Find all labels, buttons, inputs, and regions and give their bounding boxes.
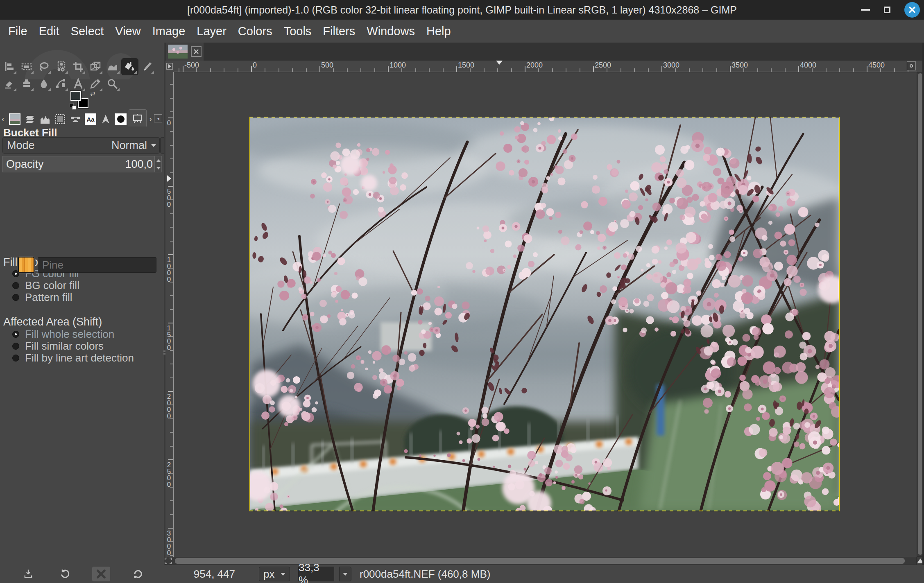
free-select-tool[interactable] bbox=[35, 58, 52, 75]
swap-colors-icon[interactable]: ⇄ bbox=[90, 90, 95, 97]
ruler-label: 0 bbox=[166, 119, 172, 126]
ruler-label: 1000 bbox=[390, 61, 406, 70]
bottom-bar: 954, 447 px 33,3 % r000da54ft.NEF (460,8… bbox=[0, 565, 924, 583]
restore-preset-button[interactable] bbox=[56, 567, 74, 581]
horizontal-ruler[interactable]: -500 0 500 1000 1500 2000 2500 3000 3500… bbox=[174, 61, 917, 72]
delete-preset-button[interactable] bbox=[92, 567, 110, 581]
unified-transform-tool[interactable] bbox=[87, 58, 104, 75]
reset-tool-button[interactable] bbox=[129, 567, 147, 581]
color-picker-tool[interactable] bbox=[87, 75, 104, 93]
dock-tab-brushes[interactable] bbox=[113, 112, 128, 127]
dock-tab-device-status[interactable] bbox=[68, 112, 83, 127]
warp-transform-tool[interactable] bbox=[104, 58, 121, 75]
mode-dropdown[interactable]: Mode Normal bbox=[2, 137, 160, 154]
ruler-tick bbox=[593, 66, 594, 72]
menu-layer[interactable]: Layer bbox=[191, 22, 232, 41]
zoom-value[interactable]: 33,3 % bbox=[298, 567, 334, 581]
paintbrush-tool[interactable] bbox=[138, 58, 156, 75]
paths-tool[interactable] bbox=[52, 75, 70, 93]
save-preset-button[interactable] bbox=[19, 567, 37, 581]
menu-edit[interactable]: Edit bbox=[33, 22, 65, 41]
clone-tool[interactable] bbox=[18, 75, 35, 93]
ruler-corner-button[interactable] bbox=[165, 61, 174, 72]
radio-bg-color-fill[interactable]: BG color fill bbox=[12, 279, 79, 292]
menu-image[interactable]: Image bbox=[147, 22, 191, 41]
radio-pattern-fill[interactable]: Pattern fill bbox=[12, 291, 72, 304]
chevron-down-icon bbox=[281, 573, 285, 576]
menu-filters[interactable]: Filters bbox=[317, 22, 361, 41]
dock-tab-tool-options[interactable] bbox=[129, 109, 147, 127]
text-tool[interactable] bbox=[70, 75, 87, 93]
rectangle-select-tool[interactable] bbox=[18, 58, 35, 75]
tabs-scroll-left-icon[interactable]: ‹ bbox=[2, 114, 5, 124]
dockable-tabs: ‹Aa›◂ bbox=[0, 109, 164, 127]
menu-windows[interactable]: Windows bbox=[361, 22, 421, 41]
menu-file[interactable]: File bbox=[2, 22, 33, 41]
ruler-label: 2000 bbox=[166, 393, 172, 419]
dock-tab-histogram[interactable] bbox=[38, 112, 52, 127]
zoom-follow-icon[interactable] bbox=[907, 61, 916, 70]
menubar: FileEditSelectViewImageLayerColorsToolsF… bbox=[0, 20, 924, 43]
ruler-label: 1500 bbox=[166, 324, 172, 350]
ruler-label: 1000 bbox=[166, 256, 172, 282]
mode-label: Mode bbox=[3, 139, 111, 152]
zoom-dropdown[interactable] bbox=[339, 567, 351, 581]
fonts-glyph: Aa bbox=[85, 113, 96, 125]
pattern-swatch[interactable] bbox=[18, 257, 34, 273]
image-tab-thumbnail bbox=[168, 45, 188, 59]
menu-view[interactable]: View bbox=[109, 22, 146, 41]
ruler-label: 1500 bbox=[458, 61, 474, 70]
radio-icon[interactable] bbox=[12, 355, 19, 362]
unit-dropdown[interactable]: px bbox=[259, 567, 290, 581]
radio-icon[interactable] bbox=[12, 343, 19, 350]
quick-mask-toggle[interactable] bbox=[165, 558, 172, 564]
window-title: [r000da54ft] (imported)-1.0 (RGB color 3… bbox=[187, 4, 737, 16]
pointer-x-marker bbox=[496, 61, 503, 65]
minimize-icon[interactable] bbox=[861, 9, 870, 11]
fuzzy-select-tool[interactable] bbox=[52, 58, 70, 75]
dock-tab-selection-editor[interactable] bbox=[53, 112, 68, 127]
close-icon[interactable] bbox=[904, 2, 920, 18]
tabs-scroll-right-icon[interactable]: › bbox=[149, 114, 152, 124]
radio-icon[interactable] bbox=[12, 331, 19, 338]
radio-fill-similar-colors[interactable]: Fill similar colors bbox=[12, 340, 104, 353]
dock-tab-fonts[interactable]: Aa bbox=[83, 112, 98, 127]
opacity-slider[interactable]: Opacity 100,0 bbox=[2, 156, 155, 172]
statusbar: 954, 447 px 33,3 % r000da54ft.NEF (460,8… bbox=[165, 565, 924, 583]
tab-menu-icon[interactable]: ◂ bbox=[154, 114, 162, 122]
menu-help[interactable]: Help bbox=[421, 22, 457, 41]
tool-options-panel: Bucket Fill Mode Normal Opacity 100,0 Fi… bbox=[0, 127, 164, 139]
ruler-label: -500 bbox=[184, 61, 199, 70]
crop-tool[interactable] bbox=[70, 58, 87, 75]
dock-tab-layers[interactable] bbox=[23, 112, 37, 127]
align-tool[interactable] bbox=[1, 58, 18, 75]
pattern-name-field[interactable]: Pine bbox=[38, 257, 156, 273]
radio-icon[interactable] bbox=[12, 294, 19, 301]
radio-fill-line-art[interactable]: Fill by line art detection bbox=[12, 352, 134, 364]
ruler-tick bbox=[168, 391, 173, 392]
default-colors-icon[interactable] bbox=[70, 103, 76, 110]
horizontal-scrollbar[interactable] bbox=[165, 557, 917, 565]
radio-fill-whole-selection[interactable]: Fill whole selection bbox=[12, 328, 114, 341]
bucket-fill-tool[interactable] bbox=[121, 58, 138, 75]
smudge-tool[interactable] bbox=[35, 75, 52, 93]
ruler-tick bbox=[388, 66, 389, 72]
zoom-tool[interactable] bbox=[104, 75, 121, 93]
vertical-ruler[interactable]: 0 500 1000 1500 2000 2500 3000 bbox=[165, 72, 174, 557]
file-info: r000da54ft.NEF (460,8 MB) bbox=[360, 568, 490, 581]
image-viewport[interactable] bbox=[174, 72, 917, 557]
dock-tab-image-thumbnail[interactable] bbox=[7, 112, 22, 127]
maximize-icon[interactable] bbox=[884, 7, 890, 13]
dock-tab-pointer[interactable] bbox=[98, 112, 113, 127]
tab-close-icon[interactable] bbox=[191, 46, 202, 57]
eraser-tool[interactable] bbox=[1, 75, 18, 93]
menu-tools[interactable]: Tools bbox=[278, 22, 317, 41]
menu-colors[interactable]: Colors bbox=[232, 22, 278, 41]
fg-color-swatch[interactable] bbox=[70, 91, 81, 101]
opacity-spinner[interactable] bbox=[155, 156, 162, 172]
radio-icon[interactable] bbox=[12, 282, 19, 289]
menu-select[interactable]: Select bbox=[65, 22, 110, 41]
image-tab[interactable] bbox=[166, 43, 204, 61]
pointer-position: 954, 447 bbox=[178, 568, 235, 581]
h-scroll-thumb[interactable] bbox=[175, 558, 905, 564]
